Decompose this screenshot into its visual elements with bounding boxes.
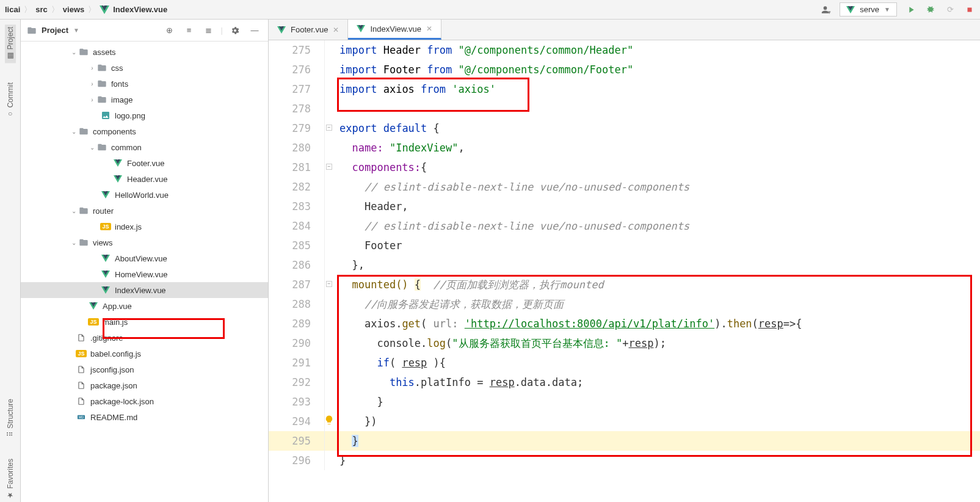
tree-item-label: assets	[93, 48, 116, 57]
tree-item-label: HelloWorld.vue	[115, 191, 169, 200]
tree-item-label: image	[111, 95, 132, 104]
tree-item-label: package-lock.json	[90, 397, 154, 406]
tree-item-label: jsconfig.json	[90, 365, 134, 374]
tree-item-label: components	[93, 127, 136, 136]
tree-item-label: common	[111, 143, 142, 152]
tree-item-label: index.js	[115, 222, 142, 231]
tree-item-label: router	[93, 206, 114, 216]
editor-tabs: Footer.vue ✕ IndexView.vue ✕	[269, 20, 980, 40]
editor-tab-footer[interactable]: Footer.vue ✕	[269, 20, 348, 40]
tree-item-label: README.md	[90, 413, 137, 422]
project-tool-tab[interactable]: ▦ Project	[5, 24, 16, 63]
commit-tool-tab[interactable]: ○ Commit	[5, 80, 16, 121]
stop-button[interactable]	[964, 4, 975, 15]
tree-item-indexview: IndexView.vue	[21, 282, 268, 298]
project-tree[interactable]: ⌄assets ›css ›fonts ›image logo.png ⌄com…	[21, 42, 268, 502]
top-nav-bar: licai〉 src〉 views〉 IndexView.vue ▾ serve…	[0, 0, 980, 20]
run-with-coverage-button[interactable]: ⟳	[945, 4, 956, 15]
code-editor[interactable]: 275import Header from "@/components/comm…	[269, 40, 980, 502]
tree-item-label: IndexView.vue	[115, 286, 166, 295]
tree-item-label: logo.png	[115, 111, 145, 120]
hide-panel-button[interactable]: —	[247, 23, 262, 38]
breadcrumb[interactable]: licai〉 src〉 views〉 IndexView.vue	[5, 4, 167, 15]
collapse-all-button[interactable]: ≣	[201, 23, 216, 38]
tree-item-label: main.js	[103, 318, 128, 327]
intention-bulb-icon[interactable]	[324, 415, 335, 426]
tree-item-label: Header.vue	[127, 175, 168, 184]
settings-button[interactable]	[228, 23, 242, 38]
run-button[interactable]	[906, 4, 916, 15]
left-tool-window-tabs: ▦ Project ○ Commit ⠿ Structure ★ Favorit…	[0, 20, 21, 502]
tree-item-label: fonts	[111, 79, 128, 89]
tree-item-label: Footer.vue	[127, 159, 164, 168]
expand-all-button[interactable]: ≡	[182, 23, 197, 38]
structure-tool-tab[interactable]: ⠿ Structure	[5, 396, 16, 439]
close-icon[interactable]: ✕	[426, 24, 432, 33]
tree-item-label: App.vue	[103, 302, 132, 311]
tree-item-label: HomeView.vue	[115, 270, 167, 279]
tree-item-label: package.json	[90, 381, 137, 390]
tree-item-label: css	[111, 64, 123, 73]
tree-item-label: views	[93, 238, 113, 247]
project-panel-title: Project	[42, 26, 68, 35]
user-icon[interactable]: ▾	[820, 4, 831, 15]
debug-button[interactable]	[925, 4, 936, 15]
close-icon[interactable]: ✕	[333, 26, 339, 34]
run-configuration-selector[interactable]: serve ▼	[840, 2, 897, 16]
project-panel: Project ▼ ⊕ ≡ ≣ | — ⌄assets ›css ›fonts …	[21, 20, 269, 502]
favorites-tool-tab[interactable]: ★ Favorites	[5, 456, 16, 502]
tree-item-label: babel.config.js	[90, 349, 141, 358]
tree-item-label: AboutView.vue	[115, 254, 167, 263]
locate-button[interactable]: ⊕	[162, 23, 177, 38]
editor-tab-indexview[interactable]: IndexView.vue ✕	[348, 20, 441, 40]
tree-item-label: .gitignore	[90, 333, 123, 343]
